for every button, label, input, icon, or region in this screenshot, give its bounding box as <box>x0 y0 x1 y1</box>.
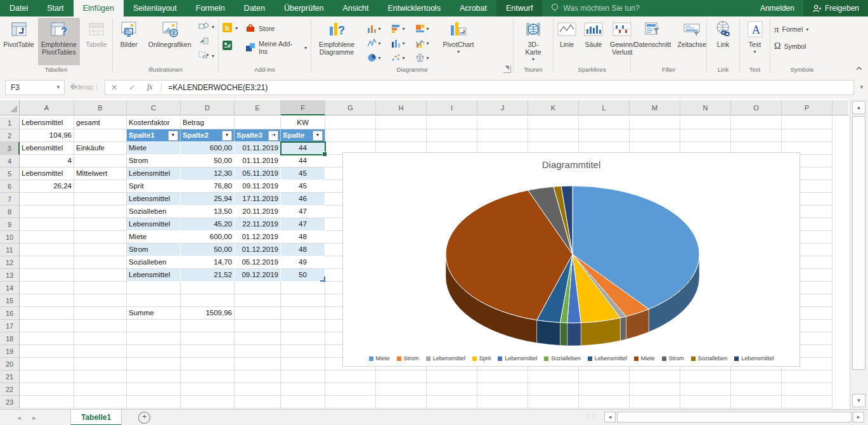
cell-F9[interactable]: 47 <box>281 218 325 231</box>
cell-C15[interactable] <box>127 294 181 307</box>
scroll-left-button[interactable]: ◂ <box>604 412 616 422</box>
cell-B19[interactable] <box>74 345 127 358</box>
cell-N23[interactable] <box>680 396 731 409</box>
ribbon-tab-entwicklertools[interactable]: Entwicklertools <box>379 0 450 16</box>
cell-C1[interactable]: Kostenfaktor <box>127 117 181 129</box>
cell-F23[interactable] <box>281 396 325 409</box>
row-header-23[interactable]: 23 <box>0 396 20 409</box>
cell-M21[interactable] <box>630 370 680 383</box>
timeline-button[interactable]: Zeitachse <box>675 18 709 65</box>
ribbon-tab-daten[interactable]: Daten <box>235 0 275 16</box>
cell-F11[interactable]: 48 <box>281 244 325 256</box>
cell-I22[interactable] <box>427 383 477 396</box>
insert-function-button[interactable]: fx <box>141 82 159 92</box>
cell-C14[interactable] <box>127 282 181 294</box>
bing-maps-button[interactable]: b▾ <box>220 22 240 34</box>
scroll-right-button[interactable]: ▸ <box>853 412 864 422</box>
cell-D8[interactable]: 13,50 <box>181 206 235 218</box>
cell-C18[interactable] <box>127 332 181 345</box>
cell-E23[interactable] <box>235 396 281 409</box>
sparkline-line-button[interactable]: Linie <box>554 18 580 65</box>
name-box[interactable]: F3 ▼ <box>5 80 65 95</box>
select-all-button[interactable] <box>0 100 20 115</box>
cell-A5[interactable]: Lebensmittel <box>20 167 74 180</box>
scroll-down-button[interactable]: ▼ <box>852 394 865 407</box>
cell-C17[interactable] <box>127 320 181 332</box>
cell-E5[interactable]: 05.11.2019 <box>235 167 281 180</box>
cell-B20[interactable] <box>74 358 127 370</box>
cell-O21[interactable] <box>731 370 782 383</box>
ribbon-tab-start[interactable]: Start <box>37 0 73 16</box>
cell-F16[interactable] <box>281 307 325 320</box>
cell-F19[interactable] <box>281 345 325 358</box>
cell-J22[interactable] <box>477 383 528 396</box>
cell-A7[interactable] <box>20 193 74 206</box>
row-header-2[interactable]: 2 <box>0 129 20 142</box>
column-header-I[interactable]: I <box>427 100 477 115</box>
cell-D23[interactable] <box>181 396 235 409</box>
cell-B17[interactable] <box>74 320 127 332</box>
cell-D18[interactable] <box>181 332 235 345</box>
cell-B13[interactable] <box>74 269 127 282</box>
cell-C5[interactable]: Lebensmittel <box>127 167 181 180</box>
row-header-3[interactable]: 3 <box>0 142 20 155</box>
cell-L23[interactable] <box>579 396 630 409</box>
cell-C20[interactable] <box>127 358 181 370</box>
cell-E10[interactable]: 01.12.2019 <box>235 231 281 244</box>
row-header-7[interactable]: 7 <box>0 193 20 206</box>
cell-B23[interactable] <box>74 396 127 409</box>
cell-M22[interactable] <box>630 383 680 396</box>
cell-H22[interactable] <box>376 383 427 396</box>
symbol-button[interactable]: Ω Symbol <box>772 40 811 53</box>
cell-E20[interactable] <box>235 358 281 370</box>
legend-item[interactable]: Lebensmittel <box>734 355 774 362</box>
row-header-12[interactable]: 12 <box>0 256 20 269</box>
cell-D22[interactable] <box>181 383 235 396</box>
cancel-button[interactable]: ✕ <box>105 83 123 92</box>
cell-D1[interactable]: Betrag <box>181 117 235 129</box>
cell-D16[interactable]: 1509,96 <box>181 307 235 320</box>
online-pictures-button[interactable]: Onlinegrafiken <box>145 18 194 65</box>
cell-A21[interactable] <box>20 370 74 383</box>
cell-A18[interactable] <box>20 332 74 345</box>
cell-A9[interactable] <box>20 218 74 231</box>
vertical-scroll-thumb[interactable] <box>852 116 865 370</box>
cell-B3[interactable]: Einkäufe <box>74 142 127 155</box>
column-header-P[interactable]: P <box>782 100 832 115</box>
cell-A10[interactable] <box>20 231 74 244</box>
diagramme-dialog-launcher[interactable]: ◥ <box>503 65 511 73</box>
row-header-18[interactable]: 18 <box>0 332 20 345</box>
cell-A4[interactable]: 4 <box>20 155 74 167</box>
cell-D6[interactable]: 76,80 <box>181 180 235 193</box>
cell-D9[interactable]: 45,20 <box>181 218 235 231</box>
cell-D11[interactable]: 50,00 <box>181 244 235 256</box>
insert-pie-chart-button[interactable]: ▾ <box>362 50 386 65</box>
cell-H1[interactable] <box>376 117 427 129</box>
3d-map-button[interactable]: 3D- Karte ▾ <box>514 18 552 65</box>
cell-K1[interactable] <box>528 117 579 129</box>
horizontal-scroll-thumb[interactable] <box>617 412 852 422</box>
cell-J21[interactable] <box>477 370 528 383</box>
cell-E4[interactable]: 01.11.2019 <box>235 155 281 167</box>
column-header-F[interactable]: F <box>281 100 325 115</box>
vertical-scrollbar[interactable]: ▲ ▼ <box>850 99 868 409</box>
recommended-pivottables-button[interactable]: ? Empfohlene PivotTables <box>38 18 80 65</box>
cell-A17[interactable] <box>20 320 74 332</box>
cell-E18[interactable] <box>235 332 281 345</box>
sheet-nav-next-icon[interactable]: ▸ <box>27 410 42 425</box>
cell-F15[interactable] <box>281 294 325 307</box>
cell-E9[interactable]: 22.11.2019 <box>235 218 281 231</box>
row-header-22[interactable]: 22 <box>0 383 20 396</box>
insert-combo-chart-button[interactable]: ▾ <box>410 36 434 50</box>
table-header-cell-C2[interactable]: Spalte1▼ <box>127 129 181 142</box>
cell-I1[interactable] <box>427 117 477 129</box>
cell-F10[interactable]: 48 <box>281 231 325 244</box>
legend-item[interactable]: Sozialleben <box>691 355 728 362</box>
formula-input[interactable]: =KALENDERWOCHE(E3;21) <box>164 83 268 92</box>
formula-bar-grip[interactable]: �densp;⋮ <box>70 83 100 91</box>
cell-B7[interactable] <box>74 193 127 206</box>
cell-F8[interactable]: 47 <box>281 206 325 218</box>
cell-E17[interactable] <box>235 320 281 332</box>
cell-C9[interactable]: Lebensmittel <box>127 218 181 231</box>
link-button[interactable]: Link <box>708 18 739 65</box>
